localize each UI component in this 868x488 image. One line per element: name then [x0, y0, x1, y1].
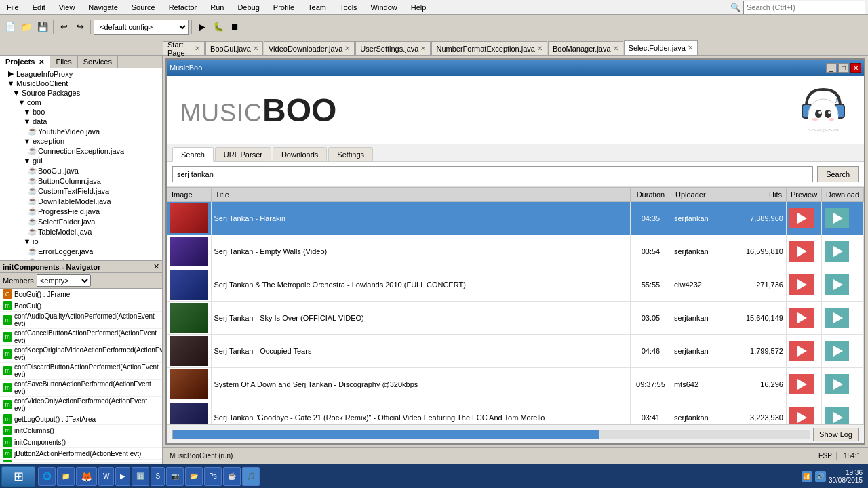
tree-io[interactable]: ▼ io — [0, 237, 162, 246]
start-button[interactable]: ⊞ — [1, 466, 35, 487]
close-tab-boogui[interactable]: ✕ — [253, 45, 258, 52]
table-row[interactable]: Serj Tankan - Sky Is Over (OFFICIAL VIDE… — [167, 302, 864, 335]
taskbar-firefox[interactable]: 🦊 — [76, 467, 97, 486]
new-file-btn[interactable]: 📄 — [3, 20, 18, 35]
tab-settings[interactable]: Settings — [328, 147, 373, 161]
tree-buttoncolumn[interactable]: ☕ ButtonColumn.java — [0, 176, 162, 186]
redo-btn[interactable]: ↪ — [73, 20, 87, 35]
tree-connectionexception[interactable]: ☕ ConnectionException.java — [0, 146, 162, 156]
tree-youtubevideo[interactable]: ☕ YoutubeVideo.java — [0, 126, 162, 136]
taskbar-explorer[interactable]: 📁 — [57, 467, 75, 486]
minimize-btn[interactable]: _ — [826, 63, 837, 73]
member-confsave[interactable]: m confSaveButtonActionPerformed(ActionEv… — [0, 380, 162, 396]
projects-tab[interactable]: Projects ✕ — [0, 56, 50, 68]
preview-play-button[interactable] — [789, 341, 814, 361]
search-input[interactable] — [172, 166, 813, 182]
search-button[interactable]: Search — [817, 166, 859, 182]
table-row[interactable]: Serj Tankan - Empty Walls (Video)03:54se… — [167, 235, 864, 268]
member-confcancel[interactable]: m confCancelButtonActionPerformed(Action… — [0, 329, 162, 346]
taskbar-musicboo[interactable]: 🎵 — [242, 467, 260, 486]
config-dropdown[interactable]: <default config> — [94, 20, 189, 35]
member-booguiframe[interactable]: C BooGui() : JFrame — [0, 289, 162, 300]
close-projects[interactable]: ✕ — [39, 58, 44, 66]
table-row[interactable]: Serj Tankan & The Metropole Orchestra - … — [167, 268, 864, 302]
tab-usersettings[interactable]: UserSettings.java ✕ — [355, 41, 431, 55]
menu-team[interactable]: Team — [304, 2, 330, 13]
files-tab[interactable]: Files — [50, 56, 77, 68]
tree-selectfolder[interactable]: ☕ SelectFolder.java — [0, 216, 162, 226]
taskbar-calc[interactable]: 🔢 — [132, 467, 149, 486]
member-initcolumns[interactable]: m initColumns() — [0, 425, 162, 436]
download-button[interactable] — [825, 241, 849, 262]
tree-boo[interactable]: ▼ boo — [0, 107, 162, 117]
close-tab-boomanager[interactable]: ✕ — [613, 45, 618, 52]
taskbar-ps[interactable]: Ps — [204, 467, 222, 486]
undo-btn[interactable]: ↩ — [56, 20, 71, 35]
member-jbutton2[interactable]: m jButton2ActionPerformed(ActionEvent ev… — [0, 448, 162, 460]
tab-search[interactable]: Search — [172, 147, 214, 162]
table-row[interactable]: Serj Tankan "Goodbye - Gate 21 (Rock Rem… — [167, 401, 864, 425]
download-button[interactable] — [825, 407, 849, 424]
menu-view[interactable]: View — [55, 2, 79, 13]
show-log-button[interactable]: Show Log — [813, 428, 859, 441]
download-button[interactable] — [825, 374, 849, 394]
taskbar-folder[interactable]: 📂 — [185, 467, 203, 486]
menu-file[interactable]: File — [3, 2, 23, 13]
download-button[interactable] — [825, 208, 849, 228]
tab-numformat[interactable]: NumberFormatException.java ✕ — [431, 41, 547, 55]
menu-window[interactable]: Window — [367, 2, 401, 13]
tree-exception[interactable]: ▼ exception — [0, 136, 162, 146]
tree-errorlogger[interactable]: ☕ ErrorLogger.java — [0, 246, 162, 256]
tab-startpage[interactable]: Start Page ✕ — [163, 41, 205, 55]
tree-sourcepackages[interactable]: ▼ Source Packages — [0, 88, 162, 98]
taskbar-word[interactable]: W — [98, 467, 114, 486]
member-booguiconstructor[interactable]: m BooGui() — [0, 300, 162, 312]
preview-play-button[interactable] — [789, 208, 814, 228]
taskbar-java[interactable]: ☕ — [223, 467, 241, 486]
global-search-input[interactable] — [743, 1, 865, 14]
member-confdiscard[interactable]: m confDiscardButtonActionPerformed(Actio… — [0, 363, 162, 380]
tree-downtablemodel[interactable]: ☕ DownTableModel.java — [0, 196, 162, 206]
tab-boomanager[interactable]: BooManager.java ✕ — [548, 41, 623, 55]
restore-btn[interactable]: □ — [838, 63, 849, 73]
members-filter-dropdown[interactable]: <empty> — [37, 274, 91, 287]
download-button[interactable] — [825, 274, 849, 295]
stop-btn[interactable]: ⏹ — [227, 20, 242, 35]
menu-run[interactable]: Run — [206, 2, 228, 13]
member-confkeep[interactable]: m confKeepOriginalVideoActionPerformed(A… — [0, 346, 162, 363]
member-loadsettings[interactable]: m loadSettings() — [0, 460, 162, 462]
preview-play-button[interactable] — [789, 241, 814, 262]
tree-boogui[interactable]: ☕ BooGui.java — [0, 165, 162, 176]
menu-help[interactable]: Help — [407, 2, 431, 13]
tab-videodownloader[interactable]: VideoDownloader.java ✕ — [264, 41, 355, 55]
menu-tools[interactable]: Tools — [336, 2, 361, 13]
taskbar-photos[interactable]: 📷 — [166, 467, 184, 486]
tree-gui[interactable]: ▼ gui — [0, 156, 162, 165]
preview-play-button[interactable] — [789, 308, 814, 328]
close-tab-selectfolder[interactable]: ✕ — [688, 44, 693, 52]
menu-edit[interactable]: Edit — [28, 2, 50, 13]
menu-profile[interactable]: Profile — [269, 2, 298, 13]
tree-tablemodel[interactable]: ☕ TableModel.java — [0, 226, 162, 237]
menu-navigate[interactable]: Navigate — [84, 2, 121, 13]
download-button[interactable] — [825, 308, 849, 328]
tree-musicbooclient[interactable]: ▼ MusicBooClient — [0, 79, 162, 88]
member-initcomponents[interactable]: m initComponents() — [0, 436, 162, 448]
tab-urlparser[interactable]: URL Parser — [215, 147, 271, 161]
save-btn[interactable]: 💾 — [35, 20, 50, 35]
taskbar-media[interactable]: ▶ — [115, 467, 130, 486]
close-window-btn[interactable]: ✕ — [850, 63, 861, 73]
tree-com[interactable]: ▼ com — [0, 98, 162, 107]
menu-source[interactable]: Source — [127, 2, 159, 13]
taskbar-ie[interactable]: 🌐 — [38, 467, 56, 486]
member-confaudio[interactable]: m confAudioQualityActionPerformed(Action… — [0, 312, 162, 329]
tab-boogui[interactable]: BooGui.java ✕ — [205, 41, 263, 55]
table-row[interactable]: Serj Tankan - Occupied Tears04:46serjtan… — [167, 335, 864, 368]
preview-play-button[interactable] — [789, 374, 814, 394]
debug-btn[interactable]: 🐛 — [211, 20, 226, 35]
download-button[interactable] — [825, 341, 849, 361]
tab-downloads[interactable]: Downloads — [273, 147, 327, 161]
tree-leagueinfoproxy[interactable]: ▶ LeagueInfoProxy — [0, 68, 162, 79]
open-file-btn[interactable]: 📁 — [19, 20, 34, 35]
services-tab[interactable]: Services — [78, 56, 118, 68]
